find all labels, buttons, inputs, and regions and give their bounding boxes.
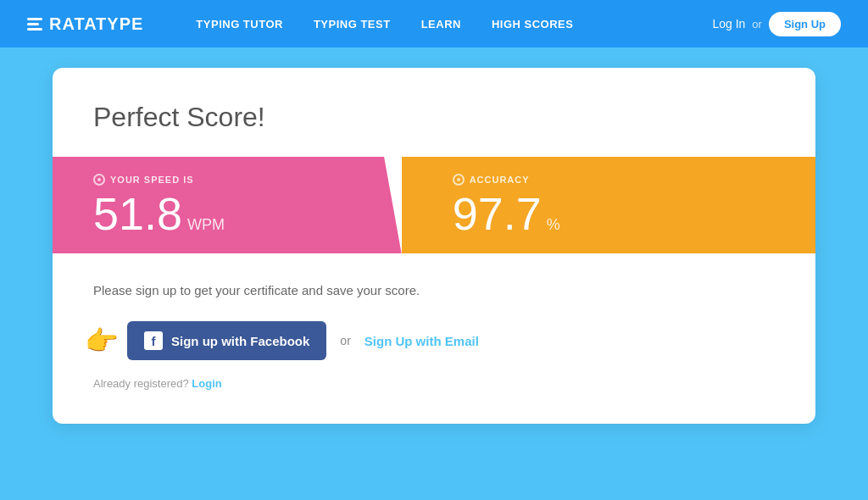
or-separator: or	[340, 334, 350, 347]
stats-bar: YOUR SPEED IS 51.8 WPM ACCURACY 97.7 %	[53, 157, 815, 253]
nav-typing-tutor[interactable]: TYPING TUTOR	[184, 11, 295, 37]
login-link[interactable]: Login	[192, 377, 221, 390]
facebook-icon: f	[144, 331, 163, 350]
logo-icon	[27, 18, 42, 31]
signup-prompt: Please sign up to get your certificate a…	[93, 281, 775, 301]
accuracy-stat: ACCURACY 97.7 %	[402, 157, 815, 253]
facebook-signup-label: Sign up with Facebook	[171, 334, 309, 348]
speed-icon	[93, 174, 105, 186]
logo-area: RATATYPE	[27, 14, 143, 34]
accuracy-icon	[453, 174, 465, 186]
nav-links: TYPING TUTOR TYPING TEST LEARN HIGH SCOR…	[184, 11, 685, 37]
nav-auth: Log In or Sign Up	[712, 12, 841, 36]
navbar: RATATYPE TYPING TUTOR TYPING TEST LEARN …	[0, 0, 868, 47]
nav-learn[interactable]: LEARN	[409, 11, 473, 37]
signup-actions: 👉 f Sign up with Facebook or Sign Up wit…	[127, 321, 775, 360]
nav-login-link[interactable]: Log In	[712, 17, 745, 31]
accuracy-unit: %	[547, 217, 560, 232]
accuracy-value-display: 97.7 %	[453, 191, 782, 236]
bottom-section: Please sign up to get your certificate a…	[93, 281, 775, 390]
nav-signup-button[interactable]: Sign Up	[769, 12, 841, 36]
nav-high-scores[interactable]: HIGH SCORES	[480, 11, 586, 37]
speed-unit: WPM	[187, 217, 225, 232]
result-card: Perfect Score! YOUR SPEED IS 51.8 WPM AC…	[53, 68, 815, 424]
logo-text: RATATYPE	[49, 14, 143, 34]
pointing-hand-icon: 👉	[85, 325, 119, 357]
nav-or-text: or	[752, 18, 762, 31]
main-container: Perfect Score! YOUR SPEED IS 51.8 WPM AC…	[0, 47, 868, 444]
accuracy-label: ACCURACY	[453, 174, 782, 186]
email-signup-link[interactable]: Sign Up with Email	[364, 334, 479, 348]
speed-value-display: 51.8 WPM	[93, 191, 368, 236]
page-title: Perfect Score!	[93, 102, 775, 133]
facebook-signup-button[interactable]: f Sign up with Facebook	[127, 321, 326, 360]
nav-typing-test[interactable]: TYPING TEST	[302, 11, 403, 37]
speed-stat: YOUR SPEED IS 51.8 WPM	[53, 157, 402, 253]
speed-label: YOUR SPEED IS	[93, 174, 368, 186]
already-registered-text: Already registered? Login	[93, 377, 775, 390]
